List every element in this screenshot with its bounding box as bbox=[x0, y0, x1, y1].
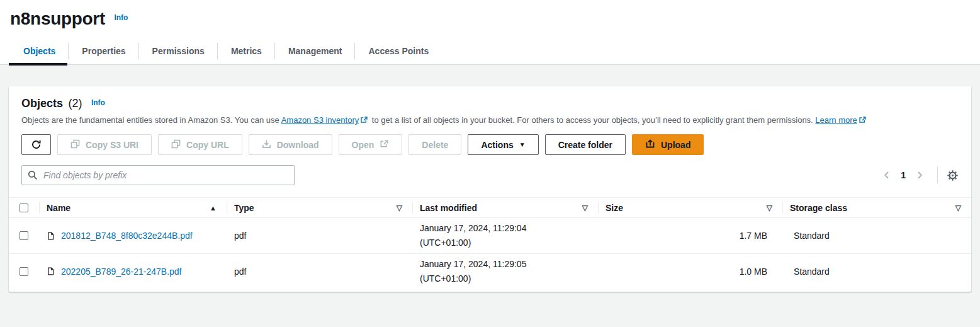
open-external-icon bbox=[380, 139, 389, 151]
preferences-gear-icon[interactable] bbox=[947, 169, 959, 181]
search-row: 1 bbox=[9, 155, 971, 185]
object-size-cell: 1.7 MB bbox=[598, 231, 782, 241]
upload-icon bbox=[645, 139, 655, 151]
tab-bar: Objects Properties Permissions Metrics M… bbox=[10, 38, 971, 64]
size-header-label: Size bbox=[605, 203, 623, 213]
delete-button[interactable]: Delete bbox=[408, 134, 461, 155]
tab-objects[interactable]: Objects bbox=[10, 38, 69, 64]
table-row: 201812_B748_8f80c32e244B.pdf pdf January… bbox=[9, 218, 971, 253]
bucket-header: n8nsupport Info Objects Properties Permi… bbox=[0, 0, 980, 65]
object-modified-cell: January 17, 2024, 11:29:05 (UTC+01:00) bbox=[412, 257, 598, 286]
modified-timezone: (UTC+01:00) bbox=[420, 272, 588, 286]
column-header-size[interactable]: Size ▽ bbox=[598, 198, 782, 217]
sort-icon: ▽ bbox=[955, 204, 961, 212]
objects-info-link[interactable]: Info bbox=[91, 98, 105, 107]
actions-label: Actions bbox=[481, 140, 513, 150]
objects-panel: Objects (2) Info Objects are the fundame… bbox=[9, 86, 971, 292]
object-modified-cell: January 17, 2024, 11:29:04 (UTC+01:00) bbox=[412, 221, 598, 250]
bucket-info-link[interactable]: Info bbox=[114, 13, 128, 22]
file-icon bbox=[47, 231, 55, 241]
object-storage-class-cell: Standard bbox=[782, 231, 971, 241]
column-header-name[interactable]: Name ▲ bbox=[39, 198, 227, 217]
name-header-label: Name bbox=[47, 203, 70, 213]
row-checkbox[interactable] bbox=[20, 231, 28, 240]
tab-access-points-label: Access Points bbox=[368, 46, 429, 56]
select-all-checkbox[interactable] bbox=[20, 204, 28, 212]
objects-panel-header: Objects (2) Info Objects are the fundame… bbox=[9, 86, 971, 126]
objects-count: (2) bbox=[68, 97, 82, 110]
tab-permissions[interactable]: Permissions bbox=[139, 38, 218, 64]
row-checkbox[interactable] bbox=[20, 267, 28, 276]
tab-properties[interactable]: Properties bbox=[69, 38, 138, 64]
column-header-type[interactable]: Type ▽ bbox=[227, 198, 412, 217]
download-icon bbox=[262, 139, 271, 151]
row-select-cell bbox=[9, 267, 39, 276]
objects-title: Objects bbox=[21, 97, 63, 110]
object-size-cell: 1.0 MB bbox=[598, 267, 782, 277]
delete-label: Delete bbox=[422, 140, 448, 150]
pagination: 1 bbox=[879, 167, 959, 183]
open-button[interactable]: Open bbox=[339, 134, 403, 155]
external-link-icon bbox=[859, 116, 867, 126]
modified-date: January 17, 2024, 11:29:05 bbox=[420, 257, 588, 272]
create-folder-button[interactable]: Create folder bbox=[545, 134, 626, 155]
tab-management[interactable]: Management bbox=[275, 38, 356, 64]
object-type-cell: pdf bbox=[227, 267, 412, 277]
refresh-button[interactable] bbox=[21, 134, 51, 155]
objects-toolbar: Copy S3 URI Copy URL Download Open Delet… bbox=[9, 126, 971, 155]
previous-page-button[interactable] bbox=[879, 170, 894, 180]
object-name-link[interactable]: 202205_B789_26-21-247B.pdf bbox=[61, 267, 182, 277]
pagination-divider bbox=[937, 167, 938, 183]
type-header-label: Type bbox=[234, 203, 254, 213]
refresh-icon bbox=[31, 139, 42, 150]
actions-button[interactable]: Actions ▼ bbox=[468, 134, 538, 155]
next-page-button[interactable] bbox=[912, 170, 927, 180]
table-row: 202205_B789_26-21-247B.pdf pdf January 1… bbox=[9, 253, 971, 289]
table-header-row: Name ▲ Type ▽ Last modified ▽ Size ▽ Sto… bbox=[9, 197, 971, 218]
current-page[interactable]: 1 bbox=[901, 170, 906, 180]
select-all-cell bbox=[9, 204, 39, 212]
open-label: Open bbox=[352, 140, 375, 150]
row-select-cell bbox=[9, 231, 39, 240]
last-modified-header-label: Last modified bbox=[420, 203, 477, 213]
copy-icon bbox=[70, 139, 80, 151]
content-area: Objects (2) Info Objects are the fundame… bbox=[0, 65, 980, 292]
object-name-link[interactable]: 201812_B748_8f80c32e244B.pdf bbox=[61, 231, 193, 241]
object-type-cell: pdf bbox=[227, 231, 412, 241]
upload-button[interactable]: Upload bbox=[632, 134, 704, 155]
tab-metrics-label: Metrics bbox=[231, 46, 262, 56]
tab-access-points[interactable]: Access Points bbox=[355, 38, 442, 64]
tab-permissions-label: Permissions bbox=[152, 46, 205, 56]
modified-date: January 17, 2024, 11:29:04 bbox=[420, 221, 588, 236]
copy-url-button[interactable]: Copy URL bbox=[158, 134, 242, 155]
objects-description: Objects are the fundamental entities sto… bbox=[21, 115, 959, 126]
sort-icon: ▽ bbox=[767, 204, 772, 212]
column-header-storage-class[interactable]: Storage class ▽ bbox=[782, 198, 971, 217]
tab-management-label: Management bbox=[288, 46, 342, 56]
download-label: Download bbox=[277, 140, 319, 150]
column-header-last-modified[interactable]: Last modified ▽ bbox=[412, 198, 598, 217]
upload-label: Upload bbox=[661, 140, 690, 150]
description-text-1: Objects are the fundamental entities sto… bbox=[21, 115, 281, 125]
create-folder-label: Create folder bbox=[558, 140, 612, 150]
sort-ascending-icon: ▲ bbox=[210, 204, 217, 212]
object-name-cell: 201812_B748_8f80c32e244B.pdf bbox=[39, 231, 227, 241]
tab-metrics[interactable]: Metrics bbox=[218, 38, 275, 64]
copy-s3-uri-label: Copy S3 URI bbox=[86, 140, 138, 150]
learn-more-link[interactable]: Learn more bbox=[815, 115, 857, 125]
objects-table: Name ▲ Type ▽ Last modified ▽ Size ▽ Sto… bbox=[9, 197, 971, 289]
sort-icon: ▽ bbox=[582, 204, 588, 212]
search-box bbox=[21, 165, 295, 185]
tab-properties-label: Properties bbox=[82, 46, 125, 56]
s3-inventory-link[interactable]: Amazon S3 inventory bbox=[281, 115, 359, 125]
object-name-cell: 202205_B789_26-21-247B.pdf bbox=[39, 267, 227, 277]
search-input[interactable] bbox=[21, 165, 295, 185]
copy-s3-uri-button[interactable]: Copy S3 URI bbox=[57, 134, 152, 155]
description-text-2: to get a list of all objects in your buc… bbox=[369, 115, 815, 125]
external-link-icon bbox=[360, 116, 368, 126]
tab-objects-label: Objects bbox=[23, 46, 55, 56]
modified-timezone: (UTC+01:00) bbox=[420, 236, 588, 250]
download-button[interactable]: Download bbox=[249, 134, 332, 155]
copy-icon bbox=[171, 139, 181, 151]
search-icon bbox=[28, 170, 38, 183]
